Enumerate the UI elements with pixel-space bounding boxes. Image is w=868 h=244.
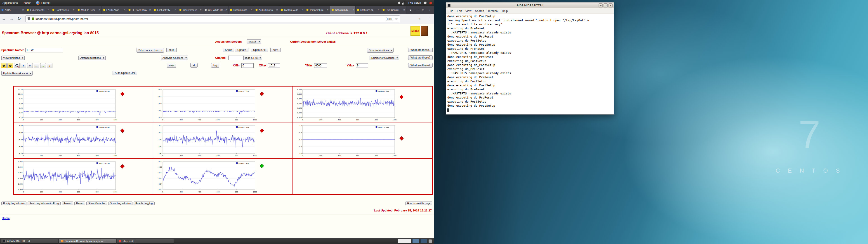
ymin-input[interactable] xyxy=(314,63,327,68)
what-are-these-button-2[interactable]: What are these? xyxy=(408,55,433,60)
status-diamond[interactable] xyxy=(260,164,264,168)
spectra-functions-dropdown[interactable]: Spectra functions xyxy=(367,48,394,53)
number-galleries-dropdown[interactable]: Number of Galleries xyxy=(370,56,399,60)
radiation-icon-1[interactable] xyxy=(1,63,6,68)
all-button[interactable]: all xyxy=(190,63,197,67)
browser-tab[interactable]: Run Control× xyxy=(381,6,406,14)
status-diamond[interactable] xyxy=(399,95,403,99)
tab-close-icon[interactable]: × xyxy=(200,8,202,11)
active-app-menu[interactable]: Firefox xyxy=(34,1,52,5)
terminal-menu-view[interactable]: View xyxy=(464,9,473,13)
browser-tab[interactable]: LED and Wav× xyxy=(127,6,152,14)
status-diamond[interactable] xyxy=(260,92,264,96)
pager-preview[interactable] xyxy=(398,239,411,243)
arrow-down-icon[interactable] xyxy=(47,63,53,68)
tab-close-icon[interactable]: × xyxy=(98,8,100,11)
reload-button[interactable]: Reload xyxy=(62,202,73,205)
tab-close-icon[interactable]: × xyxy=(251,8,252,11)
tab-close-icon[interactable]: × xyxy=(327,8,329,11)
terminal-menu-search[interactable]: Search xyxy=(473,9,486,13)
tab-close-icon[interactable]: × xyxy=(73,8,74,11)
empty-log-window-button[interactable]: Empty Log Window xyxy=(1,202,26,205)
browser-tab[interactable]: AIDA× xyxy=(0,6,25,14)
browser-tab[interactable]: ASIC Control× xyxy=(254,6,279,14)
status-diamond[interactable] xyxy=(120,164,124,168)
volume-icon[interactable] xyxy=(397,2,400,4)
multi-button[interactable]: multi xyxy=(166,48,177,52)
browser-tab[interactable]: Statistics @× xyxy=(355,6,381,14)
midas-logo[interactable]: Midas xyxy=(410,26,420,36)
terminal-minimize-icon[interactable]: ─ xyxy=(598,3,602,7)
terminal-titlebar[interactable]: AIDA MIDAS HTTPd ─ □ × xyxy=(446,2,614,8)
channel-input[interactable] xyxy=(228,56,244,60)
xmin-input[interactable] xyxy=(241,63,254,68)
overflow-chevron-icon[interactable]: » xyxy=(416,17,423,21)
applications-menu[interactable]: Applications xyxy=(0,0,20,6)
browser-tab[interactable]: Temperature× xyxy=(305,6,330,14)
browser-tab[interactable]: FADC Align× xyxy=(102,6,127,14)
terminal-menu-terminal[interactable]: Terminal xyxy=(486,9,500,13)
update-rate-dropdown[interactable]: Update Rate (4 secs) xyxy=(1,71,33,76)
terminal-output[interactable]: done executing do_PostSetuploading Spect… xyxy=(446,14,614,114)
workspace-1[interactable] xyxy=(412,239,419,243)
close-icon[interactable]: × xyxy=(426,8,433,12)
show-variables-button[interactable]: Show Variables xyxy=(86,202,107,205)
blue-circle-icon[interactable] xyxy=(21,63,26,68)
power-icon[interactable] xyxy=(429,2,432,4)
revert-button[interactable]: Revert xyxy=(74,202,85,205)
workspace-2[interactable] xyxy=(421,239,427,243)
what-are-these-button-1[interactable]: What are these? xyxy=(408,48,433,52)
tab-close-icon[interactable]: × xyxy=(225,8,227,11)
browser-tab[interactable]: Spectrum b× xyxy=(330,6,355,14)
tab-close-icon[interactable]: × xyxy=(124,8,125,11)
browser-tab[interactable]: Discriminato× xyxy=(228,6,254,14)
tab-close-icon[interactable]: × xyxy=(378,8,379,11)
trash-icon[interactable] xyxy=(429,240,432,243)
tab-close-icon[interactable]: × xyxy=(175,8,176,11)
browser-tab[interactable]: Module Setti× xyxy=(76,6,101,14)
bookmark-star-icon[interactable]: ☆ xyxy=(395,17,398,21)
home-link[interactable]: Home xyxy=(2,216,10,220)
status-diamond[interactable] xyxy=(120,129,124,133)
tags-fits-dropdown[interactable]: Tags & Fits xyxy=(243,56,262,60)
terminal-menu-file[interactable]: File xyxy=(447,9,455,13)
browser-tab[interactable]: System wide× xyxy=(279,6,305,14)
tab-close-icon[interactable]: × xyxy=(403,8,405,11)
browser-tab[interactable]: Control @ c× xyxy=(51,6,76,14)
clock[interactable]: Thu 15:22 xyxy=(408,1,421,4)
zero-button[interactable]: Zero xyxy=(270,48,281,52)
network-icon[interactable] xyxy=(402,2,405,4)
status-diamond[interactable] xyxy=(260,129,264,133)
tab-close-icon[interactable]: × xyxy=(149,8,151,11)
tab-close-icon[interactable]: × xyxy=(48,8,49,11)
what-are-these-button-3[interactable]: What are these? xyxy=(408,63,433,67)
spectrum-name-input[interactable] xyxy=(25,48,63,53)
update-button[interactable]: Update xyxy=(235,48,248,52)
radiation-icon-2[interactable] xyxy=(7,63,13,68)
select-spectrum-dropdown[interactable]: Select a spectrum xyxy=(136,48,164,53)
back-icon[interactable]: ← xyxy=(0,17,8,21)
log-button[interactable]: log xyxy=(211,63,219,67)
arrow-right-icon[interactable] xyxy=(40,63,46,68)
taskbar-window-button[interactable]: Spectrum Browser @ carme-gsi — ... xyxy=(59,239,116,244)
dark-circle-icon[interactable] xyxy=(27,63,33,68)
status-diamond[interactable] xyxy=(399,136,403,141)
user-menu-icon[interactable] xyxy=(424,2,427,4)
magnifier-icon[interactable] xyxy=(14,63,20,68)
status-diamond[interactable] xyxy=(120,92,124,96)
ymax-input[interactable] xyxy=(356,63,368,68)
browser-tab[interactable]: Lost activity× xyxy=(152,6,178,14)
tab-close-icon[interactable]: × xyxy=(276,8,278,11)
terminal-maximize-icon[interactable]: □ xyxy=(603,3,608,7)
enable-logging-button[interactable]: Enable Logging xyxy=(133,202,154,205)
menu-icon[interactable] xyxy=(427,19,430,19)
list-tabs-icon[interactable]: ▾ xyxy=(407,8,414,12)
show-log-window-button[interactable]: Show Log Window xyxy=(108,202,132,205)
view-functions-dropdown[interactable]: View functions xyxy=(1,56,25,60)
how-to-use-button[interactable]: How to use this page xyxy=(405,202,432,205)
lock-icon[interactable] xyxy=(32,18,34,20)
places-menu[interactable]: Places xyxy=(20,0,34,6)
minimize-icon[interactable]: ─ xyxy=(414,8,420,12)
tab-close-icon[interactable]: × xyxy=(302,8,303,11)
auto-update-button[interactable]: Auto Update ON xyxy=(113,71,137,75)
